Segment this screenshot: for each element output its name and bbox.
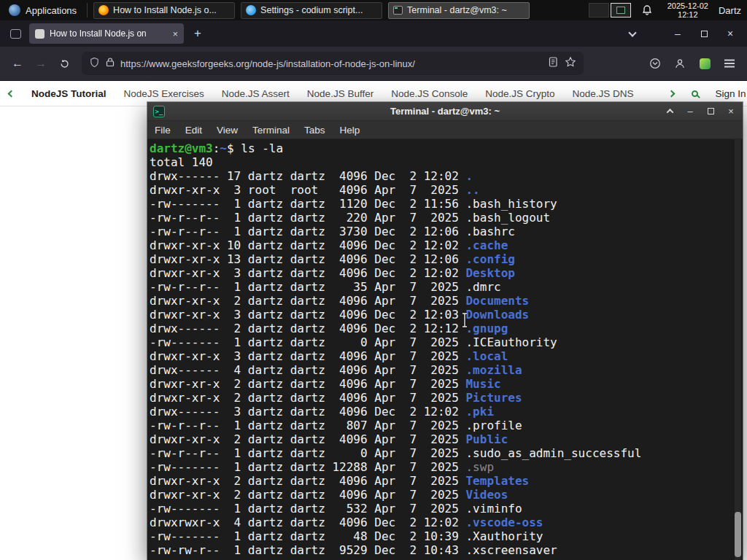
nav-item-nodejs-buffer[interactable]: Node.JS Buffer — [307, 88, 374, 99]
terminal-shade-button[interactable] — [664, 106, 676, 117]
clock-date: 2025-12-02 — [667, 1, 708, 10]
account-icon[interactable] — [670, 53, 690, 74]
nav-item-nodejs-exercises[interactable]: NodeJS Exercises — [124, 88, 204, 99]
tracking-shield-icon[interactable] — [89, 57, 100, 71]
terminal-window: >_ Terminal - dartz@vm3: ~ – × File Edit… — [147, 102, 743, 560]
ls-row: -rw------- 1 dartz dartz 0 Apr 7 2025 .I… — [150, 335, 743, 349]
applications-menu-icon — [9, 4, 20, 16]
ls-row: drwxr-xr-x 2 dartz dartz 4096 Apr 7 2025… — [150, 432, 743, 446]
browser-maximize-button[interactable] — [693, 24, 715, 43]
url-bar[interactable]: https://www.geeksforgeeks.org/node-js/in… — [82, 52, 584, 75]
ls-row: -rw------- 1 dartz dartz 48 Dec 2 10:39 … — [150, 529, 743, 543]
sign-in-button[interactable]: Sign In — [716, 88, 746, 99]
terminal-window-title: Terminal - dartz@vm3: ~ — [147, 106, 743, 117]
browser-tab-active[interactable]: How to Install Node.js on × — [29, 23, 184, 44]
nav-item-nodejs-crypto[interactable]: Node.JS Crypto — [485, 88, 554, 99]
ls-row: drwxr-xr-x 2 dartz dartz 4096 Apr 7 2025… — [150, 474, 743, 488]
terminal-scrollbar-thumb[interactable] — [735, 512, 741, 557]
terminal-maximize-button[interactable] — [705, 106, 716, 117]
browser-minimize-button[interactable]: – — [667, 24, 689, 43]
tab-title: How to Install Node.js on — [50, 28, 167, 39]
applications-menu-button[interactable]: Applications — [4, 3, 81, 18]
clock-time: 12:12 — [667, 10, 708, 19]
ls-row: -rw-r--r-- 1 dartz dartz 0 Apr 7 2025 .s… — [150, 446, 743, 460]
ls-row: drwxr-xr-x 10 dartz dartz 4096 Dec 2 12:… — [150, 238, 743, 252]
browser-close-button[interactable]: × — [719, 24, 741, 43]
ls-row: drwxr-xr-x 3 root root 4096 Apr 7 2025 .… — [150, 183, 743, 197]
panel-clock[interactable]: 2025-12-02 12:12 — [667, 1, 708, 19]
workspace-pager — [589, 3, 631, 18]
taskbar-item-terminal[interactable]: Terminal - dartz@vm3: ~ — [388, 2, 530, 19]
nav-item-nodejs-assert[interactable]: Node.JS Assert — [222, 88, 290, 99]
applications-menu-label: Applications — [26, 5, 77, 16]
toolbar-right-icons — [645, 53, 740, 74]
new-tab-button[interactable]: + — [188, 24, 207, 43]
ls-row: drwxr-xr-x 2 dartz dartz 4096 Apr 7 2025… — [150, 391, 743, 405]
nav-scroll-left-icon[interactable] — [8, 90, 15, 97]
desktop-panel: Applications How to Install Node.js o...… — [0, 0, 747, 20]
ls-row: -rw------- 1 dartz dartz 532 Apr 7 2025 … — [150, 502, 743, 516]
chevron-up-icon — [666, 109, 673, 116]
search-icon[interactable] — [692, 90, 698, 97]
lock-icon[interactable] — [106, 57, 115, 70]
reload-icon — [59, 58, 70, 69]
menu-hamburger-icon[interactable] — [719, 53, 740, 74]
ls-row: drwx------ 17 dartz dartz 4096 Dec 2 12:… — [150, 169, 743, 183]
ls-row: drwxr-xr-x 13 dartz dartz 4096 Dec 2 12:… — [150, 252, 743, 266]
menu-terminal[interactable]: Terminal — [245, 121, 297, 139]
panel-separator — [87, 3, 88, 18]
terminal-minimize-button[interactable]: – — [684, 106, 696, 117]
terminal-output[interactable]: dartz@vm3:~$ ls -la total 140 drwx------… — [147, 139, 743, 560]
menu-edit[interactable]: Edit — [178, 121, 209, 139]
menu-tabs[interactable]: Tabs — [297, 121, 333, 139]
taskbar-item-codium-settings[interactable]: Settings - codium script... — [241, 2, 382, 19]
extension-icon[interactable] — [694, 53, 715, 74]
terminal-title-bar[interactable]: >_ Terminal - dartz@vm3: ~ – × — [147, 102, 743, 121]
nav-scroll-right-icon[interactable] — [667, 90, 675, 97]
workspace-2-active[interactable] — [611, 3, 631, 18]
workspace-1[interactable] — [589, 3, 609, 18]
menu-file[interactable]: File — [147, 121, 178, 139]
pocket-icon[interactable] — [645, 53, 665, 74]
ls-row: drwxr-xr-x 3 dartz dartz 4096 Apr 7 2025… — [150, 349, 743, 363]
url-text[interactable]: https://www.geeksforgeeks.org/node-js/in… — [120, 58, 543, 69]
mini-window-icon — [616, 7, 625, 14]
nav-item-nodejs-tutorial[interactable]: NodeJS Tutorial — [31, 88, 107, 99]
extension-badge — [700, 58, 711, 69]
reload-button[interactable] — [54, 53, 74, 74]
terminal-close-button[interactable]: × — [725, 106, 737, 117]
ls-row: -rw-r--r-- 1 dartz dartz 35 Apr 7 2025 .… — [150, 280, 743, 294]
ls-row: -rw-r--r-- 1 dartz dartz 220 Apr 7 2025 … — [150, 211, 743, 225]
ls-row: drwx------ 4 dartz dartz 4096 Apr 7 2025… — [150, 363, 743, 377]
codium-icon — [246, 5, 256, 15]
ls-row: drwx------ 3 dartz dartz 4096 Dec 2 12:0… — [150, 405, 743, 419]
ls-row: -rw------- 1 dartz dartz 1120 Dec 2 11:5… — [150, 197, 743, 211]
total-line: total 140 — [150, 155, 743, 169]
hamburger-bars — [724, 63, 735, 64]
menu-help[interactable]: Help — [333, 121, 368, 139]
maximize-icon — [708, 108, 714, 114]
forward-button[interactable]: → — [31, 53, 51, 74]
menu-view[interactable]: View — [209, 121, 245, 139]
taskbar-item-nodejs-page[interactable]: How to Install Node.js o... — [93, 2, 235, 19]
ls-row: -rw-r--r-- 1 dartz dartz 807 Apr 7 2025 … — [150, 419, 743, 432]
back-button[interactable]: ← — [7, 53, 28, 74]
browser-toolbar: ← → https://www.geeksforgeeks.org/node-j… — [0, 47, 747, 81]
terminal-menu-bar: File Edit View Terminal Tabs Help — [147, 121, 743, 139]
notification-bell-icon[interactable] — [641, 4, 653, 16]
nav-item-nodejs-dns[interactable]: Node.JS DNS — [573, 88, 634, 99]
reader-view-icon[interactable] — [549, 57, 559, 70]
bookmark-star-icon[interactable] — [565, 56, 576, 71]
firefox-view-button[interactable] — [6, 24, 25, 43]
nav-item-nodejs-console[interactable]: Node.JS Console — [391, 88, 468, 99]
firefox-view-icon — [10, 29, 21, 39]
terminal-scrollbar-track[interactable] — [735, 139, 741, 560]
ls-row: drwxrwxr-x 4 dartz dartz 4096 Dec 2 12:0… — [150, 516, 743, 529]
list-all-tabs-button[interactable] — [622, 24, 643, 43]
ls-row: -rw------- 1 dartz dartz 12288 Apr 7 202… — [150, 460, 743, 474]
prompt-line: dartz@vm3:~$ ls -la — [150, 141, 743, 155]
chevron-down-icon — [628, 28, 636, 36]
ls-row: drwxr-xr-x 3 dartz dartz 4096 Dec 2 12:0… — [150, 308, 743, 322]
tab-close-button[interactable]: × — [172, 29, 178, 39]
browser-tab-bar: How to Install Node.js on × + – × — [0, 20, 747, 47]
